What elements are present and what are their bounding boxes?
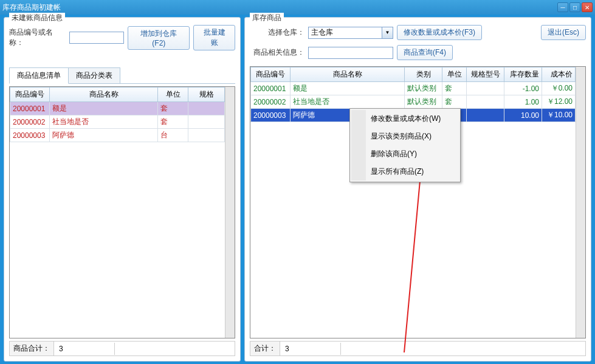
chevron-down-icon[interactable]: ▼ <box>382 27 393 38</box>
col-unit[interactable]: 单位 <box>442 67 467 82</box>
context-show-all-products[interactable]: 显示所有商品(Z) <box>351 163 459 180</box>
window-title: 库存商品期初建帐 <box>2 2 61 13</box>
scrollbar[interactable] <box>225 87 235 338</box>
col-name[interactable]: 商品名称 <box>291 67 405 82</box>
col-name[interactable]: 商品名称 <box>50 88 158 102</box>
warehouse-select-input[interactable] <box>308 27 393 39</box>
tab-product-category[interactable]: 商品分类表 <box>68 67 120 83</box>
col-spec-model[interactable]: 规格型号 <box>467 67 504 82</box>
batch-build-button[interactable]: 批量建账 <box>193 25 235 50</box>
table-row[interactable]: 20000002 社当地是否 默认类别 套 1.00 ￥12.00 <box>251 95 576 109</box>
table-row[interactable]: 20000001 额是 套 <box>10 102 225 115</box>
table-row[interactable]: 20000003 阿萨德 台 <box>10 129 225 142</box>
product-query-button[interactable]: 商品查询(F4) <box>397 45 453 60</box>
scrollbar[interactable] <box>576 67 585 338</box>
col-code[interactable]: 商品编号 <box>251 67 291 82</box>
col-category[interactable]: 类别 <box>405 67 442 82</box>
right-group-title: 库存商品 <box>250 13 284 23</box>
add-to-warehouse-button[interactable]: 增加到仓库(F2) <box>128 26 190 50</box>
related-info-label: 商品相关信息： <box>250 47 304 58</box>
left-group-title: 未建账商品信息 <box>9 13 65 23</box>
search-label: 商品编号或名称： <box>9 27 66 48</box>
table-row[interactable]: 20000002 社当地是否 套 <box>10 115 225 129</box>
col-code[interactable]: 商品编号 <box>10 88 50 102</box>
left-panel: 未建账商品信息 商品编号或名称： 增加到仓库(F2) 批量建账 商品信息清单 商… <box>4 17 241 362</box>
warehouse-select[interactable]: ▼ <box>308 27 393 39</box>
left-table: 商品编号 商品名称 单位 规格 20000001 额是 套 <box>10 87 225 142</box>
right-panel: 库存商品 选择仓库： ▼ 修改数量或成本价(F3) 退出(Esc) 商品相关信息… <box>244 17 591 362</box>
related-info-input[interactable] <box>308 47 393 59</box>
modify-qty-cost-button[interactable]: 修改数量或成本价(F3) <box>397 25 482 40</box>
titlebar[interactable]: 库存商品期初建帐 ─ □ ✕ <box>0 0 595 15</box>
close-button[interactable]: ✕ <box>582 2 593 12</box>
left-summary-label: 商品合计： <box>10 342 54 355</box>
tab-product-info-list[interactable]: 商品信息清单 <box>9 67 69 84</box>
col-unit[interactable]: 单位 <box>158 88 188 102</box>
table-row[interactable]: 20000001 额是 默认类别 套 -1.00 ￥0.00 <box>251 82 576 95</box>
maximize-button[interactable]: □ <box>569 2 580 12</box>
context-delete-product[interactable]: 删除该商品(Y) <box>351 145 459 163</box>
context-modify-qty-cost[interactable]: 修改数量或成本价(W) <box>351 110 459 128</box>
search-input[interactable] <box>69 32 124 44</box>
right-summary-label: 合计： <box>250 342 280 355</box>
col-stock-qty[interactable]: 库存数量 <box>504 67 542 82</box>
col-spec[interactable]: 规格 <box>188 88 225 102</box>
context-menu: 修改数量或成本价(W) 显示该类别商品(X) 删除该商品(Y) 显示所有商品(Z… <box>349 108 461 182</box>
context-show-category-products[interactable]: 显示该类别商品(X) <box>351 128 459 145</box>
exit-button[interactable]: 退出(Esc) <box>541 25 586 40</box>
col-cost[interactable]: 成本价 <box>542 67 576 82</box>
right-summary-value: 3 <box>280 343 341 355</box>
warehouse-label: 选择仓库： <box>250 27 304 38</box>
left-summary-value: 3 <box>54 343 115 355</box>
minimize-button[interactable]: ─ <box>557 2 568 12</box>
